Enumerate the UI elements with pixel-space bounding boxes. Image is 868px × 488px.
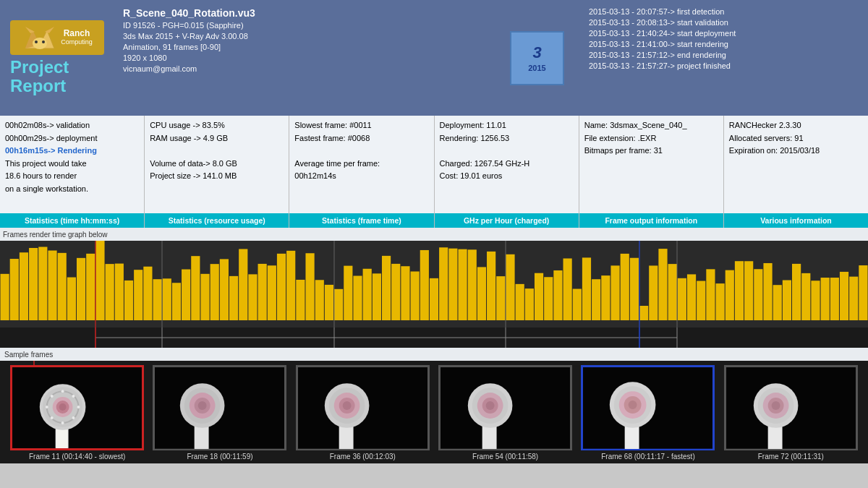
frames-label: Sample frames [0, 348, 868, 361]
stat-time-line5: on a single workstation. [5, 183, 139, 196]
stat-various-content: RANCHecker 2.3.30 Allocated servers: 91 … [724, 116, 868, 213]
stat-ft-line1: Fastest frame: #0068 [294, 132, 428, 145]
header: Ranch Computing ProjectReport R_Scene_04… [0, 0, 868, 116]
3dsmax-icon-text: 3 [532, 43, 541, 62]
filename-text: R_Scene_040_Rotation.vu3 [123, 7, 487, 19]
stat-ghz-line3: Cost: 19.01 euros [440, 170, 574, 183]
stat-frametime-footer: Statistics (frame time) [289, 213, 433, 228]
stat-various: RANCHecker 2.3.30 Allocated servers: 91 … [724, 116, 868, 228]
stat-resource-line2: Volume of data-> 8.0 GB [150, 158, 284, 171]
ts-3: 2015-03-13 - 21:41:00-> start rendering [589, 40, 858, 48]
svg-point-36 [46, 406, 48, 408]
stats-row: 00h02m08s-> validation 00h00m29s-> deplo… [0, 116, 868, 228]
stat-time-line4: 18.6 hours to render [5, 170, 139, 183]
stat-ghz-content: Deployment: 11.01 Rendering: 1256.53 Cha… [435, 116, 579, 213]
stat-ft-line3: 00h12m14s [294, 170, 428, 183]
page-container: Ranch Computing ProjectReport R_Scene_04… [0, 0, 868, 463]
ts-1: 2015-03-13 - 20:08:13-> start validation [589, 18, 858, 27]
stat-frametime: Slowest frame: #0011 Fastest frame: #006… [289, 116, 434, 228]
ts-5: 2015-03-13 - 21:57:27-> project finished [589, 61, 858, 70]
bar-chart-canvas [0, 241, 868, 328]
frame-caption-54: Frame 54 (00:11:58) [472, 453, 538, 461]
stat-various-footer: Various information [724, 213, 868, 228]
frame-item-36: Frame 36 (00:12:03) [296, 365, 430, 461]
svg-point-44 [198, 401, 207, 410]
svg-point-33 [72, 416, 75, 419]
frame-caption-18: Frame 18 (00:11:59) [187, 453, 252, 461]
svg-point-51 [342, 401, 351, 410]
frame-caption-36: Frame 36 (00:12:03) [330, 453, 396, 461]
svg-point-35 [51, 416, 54, 419]
ts-4: 2015-03-13 - 21:57:12-> end rendering [589, 51, 858, 59]
stat-fi-line1: File extension: .EXR [584, 132, 718, 145]
frame-thumb-36 [296, 365, 430, 450]
frame-caption-72: Frame 72 (00:11:31) [758, 453, 824, 461]
stat-resource: CPU usage -> 83.5% RAM usage -> 4.9 GB V… [145, 116, 289, 228]
svg-point-72 [771, 401, 780, 410]
stat-v-line2: Expiration on: 2015/03/18 [729, 145, 863, 158]
header-info: R_Scene_040_Rotation.vu3 ID 91526 - PGH=… [114, 0, 495, 116]
svg-point-32 [77, 406, 80, 408]
svg-point-6 [42, 40, 45, 43]
stat-resource-footer: Statistics (resource usage) [145, 213, 289, 228]
stat-time-line2: 00h16m15s-> Rendering [5, 145, 139, 158]
animation-line: Animation, 91 frames [0-90] [123, 43, 487, 51]
frame-item-72: Frame 72 (00:11:31) [724, 365, 858, 461]
logo-section: Ranch Computing ProjectReport [0, 0, 114, 116]
frame-thumb-11 [10, 365, 144, 450]
frame-caption-68: Frame 68 (00:11:17 - fastest) [601, 453, 695, 461]
stat-fi-line0: Name: 3dsmax_Scene_040_ [584, 119, 718, 132]
stat-time-line0: 00h02m08s-> validation [5, 119, 139, 132]
stat-ghz-line0: Deployment: 11.01 [440, 119, 574, 132]
frame-item-54: Frame 54 (00:11:58) [438, 365, 572, 461]
svg-point-31 [72, 395, 75, 398]
stat-ghz-line2: Charged: 1267.54 GHz-H [440, 158, 574, 171]
frame-item-18: Frame 18 (00:11:59) [153, 365, 286, 461]
frame-img-18 [155, 367, 284, 449]
stat-resource-line1: RAM usage -> 4.9 GB [150, 132, 284, 145]
stat-frameinfo-footer: Frame output information [579, 213, 723, 228]
stat-ghz: Deployment: 11.01 Rendering: 1256.53 Cha… [435, 116, 579, 228]
bar-chart-section [0, 241, 868, 328]
svg-point-2 [33, 38, 47, 49]
frame-thumb-68 [581, 365, 715, 450]
stat-ft-line0: Slowest frame: #0011 [294, 119, 428, 132]
stat-v-line0: RANCHecker 2.3.30 [729, 119, 863, 132]
ranch-animal-icon [22, 23, 58, 52]
resolution-line: 1920 x 1080 [123, 53, 487, 62]
stat-fi-line2: Bitmaps per frame: 31 [584, 145, 718, 158]
stat-resource-content: CPU usage -> 83.5% RAM usage -> 4.9 GB V… [145, 116, 289, 213]
stat-ghz-footer: GHz per Hour (charged) [435, 213, 579, 228]
stat-v-line1: Allocated servers: 91 [729, 132, 863, 145]
frames-label-pointer [33, 361, 35, 367]
stat-time-line3: This project would take [5, 158, 139, 171]
svg-point-34 [61, 421, 64, 424]
chart-label: Frames render time graph below [0, 228, 868, 241]
frame-thumb-18 [153, 365, 286, 450]
stat-frameinfo-content: Name: 3dsmax_Scene_040_ File extension: … [579, 116, 723, 213]
svg-point-30 [61, 390, 64, 393]
frame-img-68 [583, 367, 712, 449]
ts-2: 2015-03-13 - 21:40:24-> start deployment [589, 29, 858, 38]
3dsmax-logo-section: 3 2015 [495, 0, 579, 116]
3dsmax-logo-box: 3 2015 [510, 31, 564, 85]
frame-thumb-54 [438, 365, 572, 450]
frame-img-72 [726, 367, 856, 449]
stat-resource-line0: CPU usage -> 83.5% [150, 119, 284, 132]
frame-caption-11: Frame 11 (00:14:40 - slowest) [29, 453, 125, 461]
project-report-text: ProjectReport [10, 58, 104, 96]
svg-point-58 [486, 401, 495, 410]
stat-ghz-line1: Rendering: 1256.53 [440, 132, 574, 145]
frame-thumb-72 [724, 365, 858, 450]
svg-point-5 [35, 40, 38, 43]
3dsmax-year: 2015 [528, 64, 545, 72]
frame-img-54 [441, 367, 570, 449]
stat-time-footer: Statistics (time hh:mm:ss) [0, 213, 144, 228]
frame-item-68: Frame 68 (00:11:17 - fastest) [581, 365, 715, 461]
svg-point-29 [59, 403, 67, 411]
frame-img-36 [298, 367, 427, 449]
stat-ft-line2: Average time per frame: [294, 158, 428, 171]
svg-point-37 [51, 395, 54, 398]
stat-frameinfo: Name: 3dsmax_Scene_040_ File extension: … [579, 116, 724, 228]
frames-row: Frame 11 (00:14:40 - slowest) Frame 18 (… [0, 361, 868, 463]
